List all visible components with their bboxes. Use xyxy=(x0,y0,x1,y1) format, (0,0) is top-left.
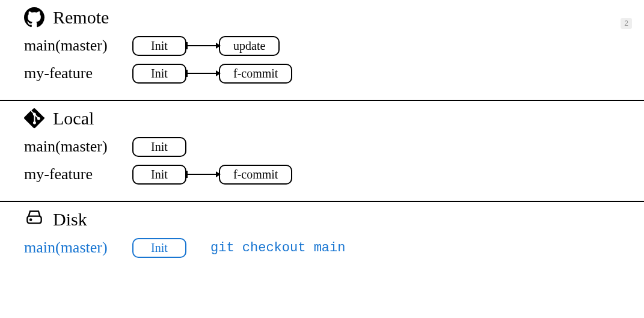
branch-label: main(master) xyxy=(24,138,132,156)
svg-point-1 xyxy=(30,219,31,220)
git-command: git checkout main xyxy=(210,240,345,255)
local-section: Local main(master) Init my-feature Init … xyxy=(0,100,644,201)
remote-header: Remote xyxy=(24,7,620,28)
commit-node: f-commit xyxy=(219,165,292,185)
commit-node: Init xyxy=(132,137,186,157)
disk-header: Disk xyxy=(24,209,620,230)
commit-node: Init xyxy=(132,36,186,56)
github-icon xyxy=(24,7,44,28)
commit-node: Init xyxy=(132,165,186,185)
commit-chain: Init xyxy=(132,137,186,157)
svg-rect-0 xyxy=(27,216,41,224)
page-number-badge: 2 xyxy=(621,18,632,29)
commit-node: Init xyxy=(132,238,186,258)
local-branch-feature: my-feature Init f-commit xyxy=(24,162,620,186)
local-header: Local xyxy=(24,108,620,129)
commit-node: update xyxy=(219,36,280,56)
branch-label: main(master) xyxy=(24,37,132,55)
arrow-icon xyxy=(186,174,220,175)
local-title: Local xyxy=(53,108,94,129)
disk-title: Disk xyxy=(53,209,87,230)
remote-branch-main: main(master) Init update xyxy=(24,34,620,58)
branch-label: main(master) xyxy=(24,239,132,257)
disk-branch-main: main(master) Init git checkout main xyxy=(24,236,620,260)
commit-node: f-commit xyxy=(219,64,292,84)
disk-icon xyxy=(24,209,44,230)
commit-chain: Init xyxy=(132,238,186,258)
local-branch-main: main(master) Init xyxy=(24,135,620,159)
commit-chain: Init f-commit xyxy=(132,165,292,185)
arrow-icon xyxy=(186,45,220,46)
remote-section: Remote main(master) Init update my-featu… xyxy=(0,0,644,100)
branch-label: my-feature xyxy=(24,64,132,82)
branch-label: my-feature xyxy=(24,165,132,183)
disk-section: Disk main(master) Init git checkout main xyxy=(0,201,644,274)
commit-chain: Init update xyxy=(132,36,280,56)
arrow-icon xyxy=(186,73,220,74)
commit-chain: Init f-commit xyxy=(132,64,292,84)
remote-title: Remote xyxy=(53,7,109,28)
commit-node: Init xyxy=(132,64,186,84)
remote-branch-feature: my-feature Init f-commit xyxy=(24,61,620,85)
git-icon xyxy=(24,108,44,129)
